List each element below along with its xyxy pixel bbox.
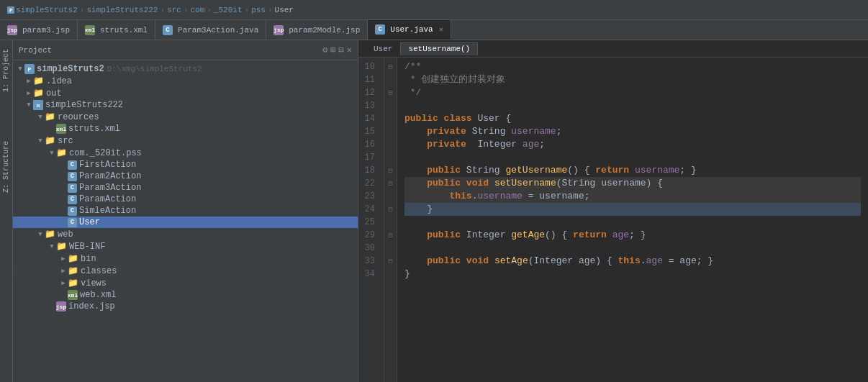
code-line-34: } — [404, 268, 861, 281]
tree-item-firstaction[interactable]: C FirstAction — [13, 159, 358, 170]
fold-24[interactable]: ⊟ — [384, 203, 397, 216]
fold-25 — [384, 216, 397, 229]
tree-item-param2action[interactable]: C Param2Action — [13, 170, 358, 182]
editor-area: User setUsername() 10 11 12 13 14 15 16 … — [358, 40, 868, 382]
line-num-17: 17 — [358, 151, 379, 164]
code-editor: 10 11 12 13 14 15 16 17 18 22 23 24 25 2… — [358, 58, 868, 382]
folder-icon-webinf: 📁 — [56, 241, 67, 252]
tree-label-bin: bin — [81, 254, 96, 264]
line-num-16: 16 — [358, 138, 379, 151]
subtab-user[interactable]: User — [366, 42, 400, 55]
sidebar-tool-close[interactable]: ✕ — [347, 45, 352, 55]
tree-item-param3action[interactable]: C Param3Action — [13, 182, 358, 194]
folder-icon-classes: 📁 — [68, 265, 78, 276]
tree-item-classes[interactable]: ▶ 📁 classes — [13, 265, 358, 277]
java-icon-paramaction: C — [68, 195, 77, 204]
tree-arrow-webinf: ▼ — [48, 243, 56, 250]
line-num-10: 10 — [358, 60, 379, 73]
tree-label-reources: reources — [58, 112, 99, 122]
fold-10[interactable]: ⊟ — [384, 60, 397, 73]
fold-14 — [384, 112, 397, 125]
line-num-22: 22 — [358, 177, 379, 190]
line-num-25: 25 — [358, 216, 379, 229]
breadcrumb-item-5[interactable]: _520it — [214, 6, 243, 14]
breadcrumb-item-2[interactable]: simpleStruts222 — [86, 6, 158, 14]
tree-item-paramaction[interactable]: C ParamAction — [13, 194, 358, 205]
code-line-13 — [404, 99, 861, 112]
java-icon-user: C — [375, 24, 385, 35]
structure-panel-label[interactable]: Z: Structure — [1, 138, 12, 196]
code-line-25 — [404, 216, 861, 229]
main-content: 1: Project Z: Structure Project ⚙ ⊞ ⊟ ✕ … — [0, 40, 868, 382]
tree-item-views[interactable]: ▶ 📁 views — [13, 277, 358, 289]
tree-item-idea[interactable]: ▶ 📁 .idea — [13, 75, 358, 87]
tree-label-simleaction: SimleAction — [79, 206, 136, 216]
tree-item-user[interactable]: C User — [13, 217, 358, 228]
fold-22[interactable]: ⊟ — [384, 177, 397, 190]
java-icon-firstaction: C — [68, 160, 77, 170]
fold-34 — [384, 268, 397, 281]
svg-text:P: P — [28, 66, 32, 73]
code-content[interactable]: /** * 创建独立的封装对象 */ public class User { p… — [397, 58, 868, 382]
svg-text:m: m — [37, 103, 40, 109]
tree-item-strutsxml[interactable]: xml struts.xml — [13, 123, 358, 135]
tree-path-root: D:\xmg\simpleStruts2 — [107, 65, 202, 73]
svg-text:P: P — [9, 8, 12, 14]
line-num-14: 14 — [358, 112, 379, 125]
fold-29[interactable]: ⊟ — [384, 229, 397, 242]
project-root-icon: P — [24, 64, 35, 74]
tree-item-struts222[interactable]: ▼ m simpleStruts222 — [13, 99, 358, 111]
tab-close-userjava[interactable]: ✕ — [439, 25, 443, 34]
tab-param2modle[interactable]: jsp param2Modle.jsp — [266, 20, 368, 40]
code-line-15: private String username ; — [404, 125, 861, 138]
project-panel-label[interactable]: 1: Project — [1, 46, 12, 95]
tree-item-src[interactable]: ▼ 📁 src — [13, 135, 358, 147]
tree-label-indexjsp: index.jsp — [68, 301, 115, 311]
tree-arrow-reources: ▼ — [36, 114, 45, 121]
breadcrumb-item-3[interactable]: src — [167, 6, 181, 14]
tab-param3jsp[interactable]: jsp param3.jsp — [0, 20, 78, 40]
fold-12[interactable]: ⊟ — [384, 86, 397, 99]
breadcrumb-item-1[interactable]: simpleStruts2 — [16, 6, 78, 14]
breadcrumb-item-6[interactable]: pss — [251, 6, 266, 14]
breadcrumb-item-4[interactable]: com — [191, 6, 205, 14]
fold-33[interactable]: ⊟ — [384, 255, 397, 268]
tree-item-reources[interactable]: ▼ 📁 reources — [13, 111, 358, 123]
tree-item-web[interactable]: ▼ 📁 web — [13, 228, 358, 240]
sidebar-tool-collapse[interactable]: ⊟ — [339, 45, 344, 55]
fold-18[interactable]: ⊟ — [384, 164, 397, 177]
tree-label-views: views — [81, 278, 107, 288]
folder-icon-idea: 📁 — [33, 76, 44, 86]
tree-item-bin[interactable]: ▶ 📁 bin — [13, 253, 358, 265]
tree-item-out[interactable]: ▶ 📁 out — [13, 87, 358, 99]
breadcrumb-sep-6: › — [268, 6, 273, 14]
sidebar-tool-gear[interactable]: ⚙ — [322, 45, 327, 55]
subtab-setusername[interactable]: setUsername() — [400, 42, 478, 55]
tree-item-root[interactable]: ▼ P simpleStruts2 D:\xmg\simpleStruts2 — [13, 63, 358, 75]
fold-17 — [384, 151, 397, 164]
code-line-30 — [404, 242, 861, 255]
tree-item-com520[interactable]: ▼ 📁 com._520it.pss — [13, 147, 358, 159]
tree-item-webxml[interactable]: xml web.xml — [13, 289, 358, 301]
line-num-30: 30 — [358, 242, 379, 255]
jsp-icon: jsp — [7, 25, 17, 35]
tab-label-strutsxml: struts.xml — [100, 26, 148, 35]
sidebar-tool-expand[interactable]: ⊞ — [330, 45, 335, 55]
line-num-24: 24 — [358, 203, 379, 216]
jsp-icon-param2: jsp — [273, 25, 284, 35]
code-line-22: public void setUsername (String username… — [404, 177, 861, 190]
code-line-16: private Integer age ; — [404, 138, 861, 151]
tab-bar: jsp param3.jsp xml struts.xml C Param3Ac… — [0, 20, 868, 40]
folder-icon-views: 📁 — [68, 278, 78, 288]
tree-item-indexjsp[interactable]: jsp index.jsp — [13, 301, 358, 312]
breadcrumb-sep-5: › — [245, 6, 250, 14]
tree-item-simleaction[interactable]: C SimleAction — [13, 205, 358, 217]
tree-item-webinf[interactable]: ▼ 📁 WEB-INF — [13, 240, 358, 253]
folder-icon-src: 📁 — [45, 135, 55, 146]
tab-param3action[interactable]: C Param3Action.java — [155, 20, 266, 40]
tree-label-strutsxml: struts.xml — [68, 124, 120, 134]
line-num-34: 34 — [358, 268, 379, 281]
fold-30 — [384, 242, 397, 255]
tab-userjava[interactable]: C User.java ✕ — [368, 20, 451, 40]
tab-strutsxml[interactable]: xml struts.xml — [78, 20, 155, 40]
